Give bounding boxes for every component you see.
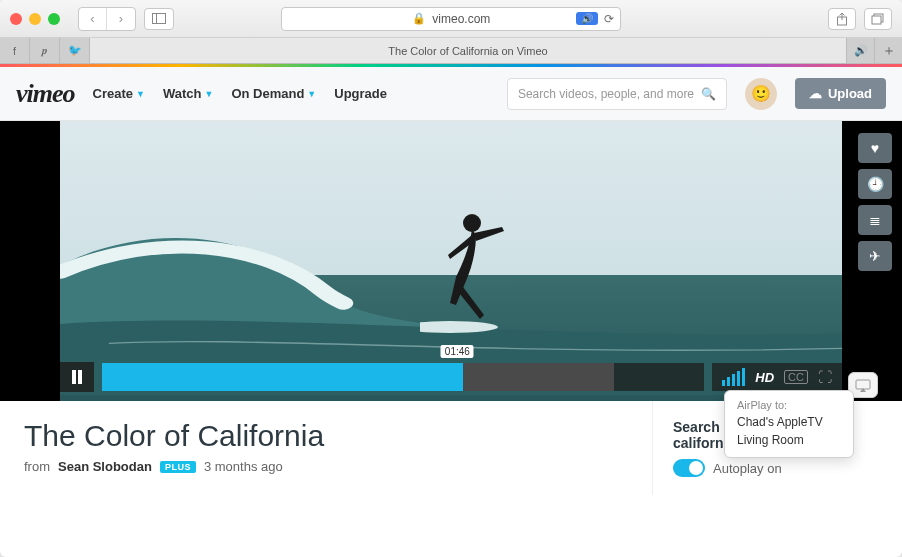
pinned-tab-twitter[interactable]: 🐦 — [60, 38, 90, 63]
nav-on-demand[interactable]: On Demand▼ — [231, 86, 316, 101]
close-window-button[interactable] — [10, 13, 22, 25]
tab-bar: f 𝒑 🐦 The Color of California on Vimeo 🔊… — [0, 38, 902, 64]
like-button[interactable]: ♥ — [858, 133, 892, 163]
search-input[interactable]: Search videos, people, and more 🔍 — [507, 78, 727, 110]
nav-upgrade[interactable]: Upgrade — [334, 86, 387, 101]
nav-watch[interactable]: Watch▼ — [163, 86, 213, 101]
right-controls: HD CC ⛶ — [712, 363, 842, 391]
video-player[interactable]: ♥ 🕘 ≣ ✈ 01:46 HD CC ⛶ — [0, 121, 902, 401]
player-controls: 01:46 HD CC ⛶ — [60, 361, 842, 393]
svg-point-5 — [420, 321, 498, 333]
svg-rect-9 — [856, 380, 870, 389]
nav-menu: Create▼ Watch▼ On Demand▼ Upgrade — [93, 86, 387, 101]
author-link[interactable]: Sean Slobodan — [58, 459, 152, 474]
svg-rect-4 — [872, 16, 881, 24]
progress-bar[interactable]: 01:46 — [102, 363, 704, 391]
svg-rect-8 — [78, 370, 82, 384]
plus-badge: PLUS — [160, 461, 196, 473]
pinned-tab-facebook[interactable]: f — [0, 38, 30, 63]
search-placeholder: Search videos, people, and more — [518, 87, 694, 101]
chevron-down-icon: ▼ — [204, 89, 213, 99]
chevron-down-icon: ▼ — [136, 89, 145, 99]
user-avatar[interactable]: 🙂 — [745, 78, 777, 110]
autoplay-toggle[interactable] — [673, 459, 705, 477]
lock-icon: 🔒 — [412, 12, 426, 25]
minimize-window-button[interactable] — [29, 13, 41, 25]
tab-audio-indicator[interactable]: 🔊 — [576, 12, 598, 25]
airplay-header: AirPlay to: — [737, 399, 841, 411]
site-nav: vimeo Create▼ Watch▼ On Demand▼ Upgrade … — [0, 67, 902, 121]
cloud-upload-icon: ☁ — [809, 86, 822, 101]
tab-title: The Color of California on Vimeo — [388, 45, 547, 57]
search-icon: 🔍 — [701, 87, 716, 101]
svg-rect-7 — [72, 370, 76, 384]
pinned-tab-pinterest[interactable]: 𝒑 — [30, 38, 60, 63]
reload-button[interactable]: ⟳ — [604, 12, 614, 26]
autoplay-row: Autoplay on — [673, 459, 882, 477]
address-host: vimeo.com — [432, 12, 490, 26]
share-video-button[interactable]: ✈ — [858, 241, 892, 271]
captions-button[interactable]: CC — [784, 370, 808, 384]
collections-button[interactable]: ≣ — [858, 205, 892, 235]
safari-window: ‹ › 🔒 vimeo.com 🔊 ⟳ f 𝒑 🐦 — [0, 0, 902, 557]
active-tab[interactable]: The Color of California on Vimeo — [90, 38, 846, 63]
window-controls — [10, 13, 60, 25]
address-bar[interactable]: 🔒 vimeo.com 🔊 ⟳ — [281, 7, 621, 31]
volume-control[interactable] — [722, 368, 745, 386]
pinned-tabs: f 𝒑 🐦 — [0, 38, 90, 63]
video-content — [420, 205, 520, 335]
back-button[interactable]: ‹ — [79, 8, 107, 30]
video-byline: from Sean Slobodan PLUS 3 months ago — [24, 459, 628, 474]
hd-toggle[interactable]: HD — [755, 370, 774, 385]
back-forward-group: ‹ › — [78, 7, 136, 31]
watch-later-button[interactable]: 🕘 — [858, 169, 892, 199]
video-title: The Color of California — [24, 419, 628, 453]
upload-age: 3 months ago — [204, 459, 283, 474]
airplay-device[interactable]: Chad's AppleTV — [737, 413, 841, 431]
airplay-popover: AirPlay to: Chad's AppleTV Living Room — [724, 390, 854, 458]
chevron-down-icon: ▼ — [307, 89, 316, 99]
sidebar-toggle-button[interactable] — [144, 8, 174, 30]
fullscreen-button[interactable]: ⛶ — [818, 369, 832, 385]
safari-toolbar: ‹ › 🔒 vimeo.com 🔊 ⟳ — [0, 0, 902, 38]
video-frame — [60, 121, 842, 401]
forward-button[interactable]: › — [107, 8, 135, 30]
tabs-overview-button[interactable] — [864, 8, 892, 30]
new-tab-button[interactable]: ＋ — [874, 38, 902, 63]
upload-button[interactable]: ☁ Upload — [795, 78, 886, 109]
share-button[interactable] — [828, 8, 856, 30]
played-fill — [102, 363, 463, 391]
pause-button[interactable] — [60, 362, 94, 392]
tab-mute-button[interactable]: 🔊 — [846, 38, 874, 63]
vimeo-logo[interactable]: vimeo — [16, 79, 75, 109]
airplay-device[interactable]: Living Room — [737, 431, 841, 449]
scrub-time-label: 01:46 — [441, 345, 474, 358]
nav-create[interactable]: Create▼ — [93, 86, 145, 101]
zoom-window-button[interactable] — [48, 13, 60, 25]
svg-rect-0 — [153, 14, 166, 24]
video-action-rail: ♥ 🕘 ≣ ✈ — [858, 133, 892, 271]
